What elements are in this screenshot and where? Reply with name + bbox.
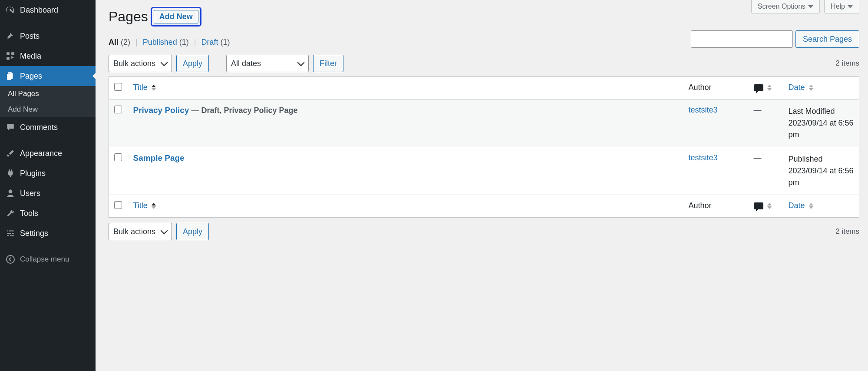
- brush-icon: [5, 148, 16, 159]
- admin-sidebar: Dashboard Posts Media Pages All Pages Ad…: [0, 0, 96, 371]
- table-row: Sample Page testsite3 — Published 2023/0…: [109, 147, 859, 195]
- sort-icon: [152, 85, 156, 91]
- row-title-link[interactable]: Sample Page: [133, 153, 185, 162]
- col-author[interactable]: Author: [683, 77, 749, 99]
- sidebar-item-dashboard[interactable]: Dashboard: [0, 0, 96, 20]
- apply-button-bottom[interactable]: Apply: [176, 223, 209, 240]
- sidebar-item-posts[interactable]: Posts: [0, 26, 96, 46]
- row-date: Published 2023/09/14 at 6:56 pm: [783, 147, 859, 195]
- sliders-icon: [5, 228, 16, 238]
- filter-all[interactable]: All: [109, 38, 119, 46]
- collapse-label: Collapse menu: [20, 255, 69, 264]
- sidebar-item-label: Dashboard: [20, 6, 58, 15]
- items-count-top: 2 items: [835, 59, 859, 68]
- search-pages-button[interactable]: Search Pages: [795, 30, 859, 48]
- screen-options-tab[interactable]: Screen Options: [751, 0, 820, 13]
- sidebar-item-label: Users: [20, 189, 40, 198]
- sidebar-item-pages[interactable]: Pages: [0, 66, 96, 86]
- row-checkbox[interactable]: [114, 153, 122, 161]
- apply-button-top[interactable]: Apply: [176, 55, 209, 72]
- pin-icon: [5, 31, 16, 41]
- bulk-actions-select-bottom[interactable]: Bulk actions: [109, 223, 172, 240]
- row-date: Last Modified 2023/09/14 at 6:56 pm: [783, 99, 859, 147]
- chevron-down-icon: [848, 5, 853, 8]
- row-title-link[interactable]: Privacy Policy: [133, 106, 189, 115]
- sidebar-item-appearance[interactable]: Appearance: [0, 143, 96, 163]
- sort-icon: [152, 203, 156, 209]
- add-new-highlight: Add New: [151, 7, 201, 26]
- help-tab[interactable]: Help: [824, 0, 859, 13]
- row-author-link[interactable]: testsite3: [689, 106, 718, 114]
- page-title: Pages: [109, 9, 148, 25]
- plug-icon: [5, 168, 16, 179]
- pages-icon: [5, 71, 16, 81]
- add-new-button[interactable]: Add New: [154, 10, 198, 23]
- comment-icon: [754, 84, 763, 91]
- row-comments: —: [749, 99, 783, 147]
- sidebar-item-settings[interactable]: Settings: [0, 223, 96, 243]
- col-comments-foot[interactable]: [749, 195, 783, 218]
- sidebar-item-label: Posts: [20, 32, 40, 41]
- pages-table: Title Author Date: [109, 76, 859, 218]
- select-all-top[interactable]: [114, 83, 122, 91]
- main-content: Screen Options Help Pages Add New Search…: [96, 0, 868, 371]
- sidebar-item-tools[interactable]: Tools: [0, 203, 96, 223]
- col-title[interactable]: Title: [128, 77, 683, 99]
- bulk-actions-select[interactable]: Bulk actions: [109, 55, 172, 72]
- filter-published[interactable]: Published: [143, 38, 177, 46]
- row-author-link[interactable]: testsite3: [689, 153, 718, 162]
- filter-button[interactable]: Filter: [313, 55, 343, 72]
- date-filter-select[interactable]: All dates: [226, 55, 309, 72]
- comment-icon: [754, 202, 763, 209]
- collapse-menu[interactable]: Collapse menu: [0, 249, 96, 269]
- svg-point-0: [7, 255, 14, 263]
- sidebar-item-label: Appearance: [20, 149, 62, 158]
- sidebar-item-label: Comments: [20, 123, 58, 132]
- submenu-all-pages[interactable]: All Pages: [0, 86, 96, 102]
- col-title-foot[interactable]: Title: [128, 195, 683, 218]
- col-date-foot[interactable]: Date: [783, 195, 859, 218]
- table-row: Privacy Policy — Draft, Privacy Policy P…: [109, 99, 859, 147]
- sort-icon: [767, 203, 772, 209]
- items-count-bottom: 2 items: [835, 227, 859, 236]
- submenu-add-new[interactable]: Add New: [0, 102, 96, 117]
- chevron-down-icon: [808, 5, 813, 8]
- sidebar-item-comments[interactable]: Comments: [0, 117, 96, 137]
- sidebar-item-label: Media: [20, 52, 41, 61]
- wrench-icon: [5, 208, 16, 219]
- sidebar-item-label: Plugins: [20, 169, 46, 178]
- comment-icon: [5, 122, 16, 132]
- row-post-state: — Draft, Privacy Policy Page: [189, 106, 297, 115]
- sort-icon: [809, 203, 813, 209]
- filter-draft[interactable]: Draft: [201, 38, 218, 46]
- col-comments[interactable]: [749, 77, 783, 99]
- sort-icon: [767, 85, 772, 91]
- pages-submenu: All Pages Add New: [0, 86, 96, 117]
- sidebar-item-label: Tools: [20, 209, 38, 218]
- search-pages-input[interactable]: [691, 30, 793, 48]
- sort-icon: [809, 85, 813, 91]
- row-comments: —: [749, 147, 783, 195]
- col-date[interactable]: Date: [783, 77, 859, 99]
- media-icon: [5, 51, 16, 61]
- user-icon: [5, 188, 16, 199]
- sidebar-item-label: Settings: [20, 229, 48, 238]
- sidebar-item-plugins[interactable]: Plugins: [0, 163, 96, 183]
- select-all-bottom[interactable]: [114, 201, 122, 209]
- dashboard-icon: [5, 5, 16, 15]
- row-checkbox[interactable]: [114, 106, 122, 113]
- sidebar-item-users[interactable]: Users: [0, 183, 96, 203]
- col-author-foot[interactable]: Author: [683, 195, 749, 218]
- collapse-icon: [5, 254, 16, 265]
- sidebar-item-label: Pages: [20, 72, 42, 81]
- sidebar-item-media[interactable]: Media: [0, 46, 96, 66]
